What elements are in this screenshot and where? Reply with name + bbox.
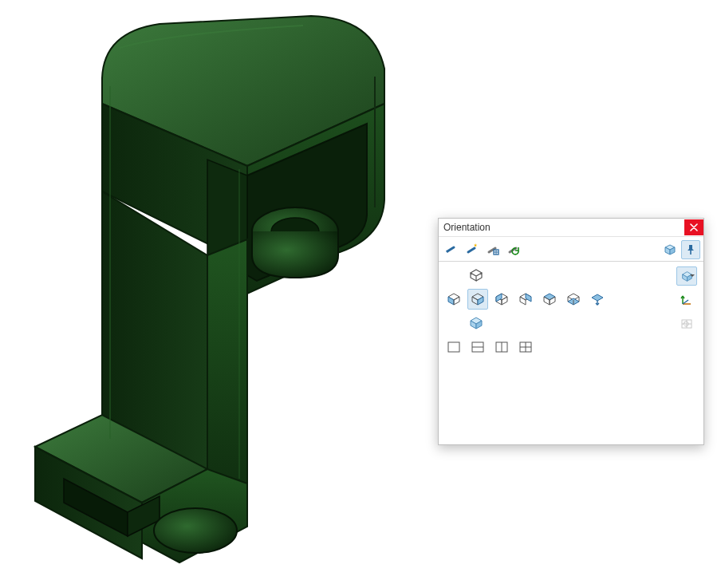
bottom-view-button[interactable] bbox=[563, 289, 584, 310]
axon-dropdown-button[interactable] bbox=[676, 266, 697, 286]
front-view-button[interactable] bbox=[443, 289, 464, 310]
close-button[interactable] bbox=[684, 219, 703, 235]
normal-to-button[interactable] bbox=[587, 289, 608, 310]
orientation-panel: Orientation bbox=[438, 218, 704, 445]
svg-rect-4 bbox=[448, 342, 459, 352]
model-view[interactable] bbox=[8, 0, 431, 588]
top-view-button[interactable] bbox=[539, 289, 560, 310]
four-viewport-button[interactable] bbox=[515, 337, 536, 357]
reset-standard-views-button[interactable] bbox=[504, 240, 523, 259]
side-column bbox=[675, 265, 699, 357]
row-axon bbox=[443, 313, 675, 333]
single-viewport-button[interactable] bbox=[443, 337, 464, 357]
panel-body bbox=[439, 262, 703, 361]
two-viewport-h-button[interactable] bbox=[467, 337, 488, 357]
views-column bbox=[443, 265, 675, 357]
up-axis-button[interactable] bbox=[676, 290, 697, 310]
trimetric-view-button[interactable] bbox=[466, 313, 487, 333]
left-view-button[interactable] bbox=[491, 289, 512, 310]
right-view-button[interactable] bbox=[515, 289, 536, 310]
row-standard-views bbox=[443, 289, 675, 310]
two-viewport-v-button[interactable] bbox=[491, 337, 512, 357]
svg-point-2 bbox=[154, 508, 237, 553]
new-view-button[interactable] bbox=[463, 240, 482, 259]
pin-button[interactable] bbox=[681, 240, 700, 259]
panel-header[interactable]: Orientation bbox=[439, 219, 703, 237]
update-standard-views-button[interactable] bbox=[483, 240, 502, 259]
previous-view-button[interactable] bbox=[442, 240, 461, 259]
row-iso-primary bbox=[443, 265, 675, 286]
view-selector-button[interactable] bbox=[660, 240, 680, 259]
panel-title: Orientation bbox=[443, 222, 684, 233]
row-viewports bbox=[443, 337, 675, 357]
link-views-button bbox=[676, 314, 697, 333]
isometric-view-button[interactable] bbox=[466, 265, 487, 286]
orientation-toolbar bbox=[439, 237, 703, 262]
back-view-button[interactable] bbox=[467, 289, 488, 310]
